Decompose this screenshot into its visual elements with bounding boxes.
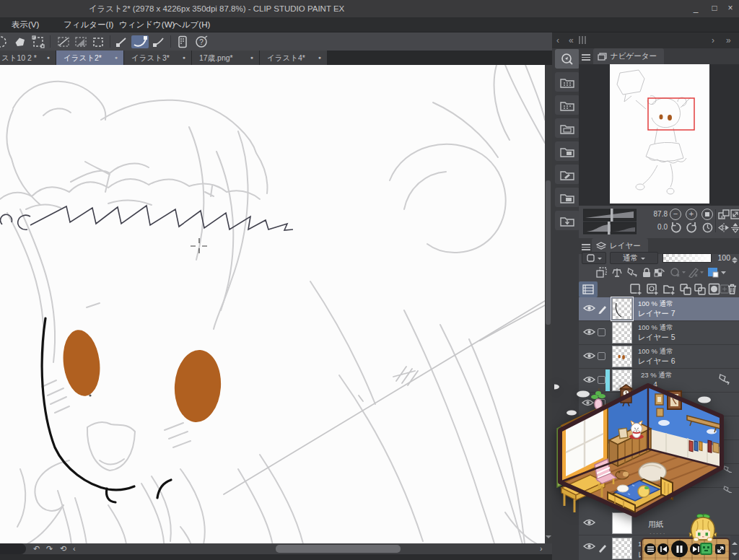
delete-layer-icon[interactable] <box>727 283 738 295</box>
clip-to-layer-below-icon[interactable] <box>596 267 608 278</box>
layer-checkbox[interactable] <box>598 352 605 360</box>
lasso-tool-icon[interactable] <box>0 35 9 48</box>
fit-to-screen-icon[interactable] <box>730 209 739 220</box>
new-vector-layer-icon[interactable] <box>646 283 660 296</box>
layer-thumbnail[interactable] <box>612 538 632 559</box>
menu-window[interactable]: ウィンドウ(W) <box>119 17 175 32</box>
tab-illust10[interactable]: スト10 2 *● <box>0 51 56 65</box>
subview-palette-icon[interactable] <box>555 72 580 92</box>
tab-illust2[interactable]: イラスト2*● <box>56 51 123 65</box>
tab-illust4[interactable]: イラスト4*● <box>260 51 327 65</box>
transfer-to-layer-icon[interactable] <box>679 283 692 296</box>
layer-row-6[interactable]: 100 % 通常 レイヤー 6 <box>579 345 739 369</box>
rotate-right-icon[interactable]: ↷ <box>46 543 53 554</box>
polyline-tool-icon[interactable] <box>114 35 130 48</box>
playlist-button[interactable] <box>644 543 656 555</box>
new-folder-icon[interactable] <box>663 283 676 296</box>
opacity-slider[interactable] <box>663 253 712 263</box>
flip-horizontal-icon[interactable] <box>718 222 730 233</box>
help-icon[interactable]: ? <box>193 35 209 48</box>
layer-property-palette-icon[interactable] <box>555 118 580 138</box>
download-palette-icon[interactable] <box>555 211 580 230</box>
scroll-down-icon[interactable] <box>732 553 738 559</box>
scroll-left-icon[interactable]: ‹ <box>73 543 76 554</box>
layer-thumbnail[interactable] <box>612 298 632 320</box>
layer-thumbnail[interactable] <box>612 322 632 344</box>
zoom-in-icon[interactable]: + <box>686 209 697 220</box>
blend-mode-dropdown[interactable]: 通常 <box>610 252 658 264</box>
rotate-reset-icon[interactable]: ⟲ <box>60 543 66 554</box>
menu-filter[interactable]: フィルター(I) <box>64 17 113 32</box>
reference-layer-icon[interactable] <box>611 267 623 278</box>
menu-help[interactable]: ヘルプ(H) <box>173 17 210 32</box>
rotation-slider[interactable] <box>583 222 637 235</box>
polyline-select-tool-icon[interactable] <box>73 35 89 48</box>
visibility-eye-icon[interactable] <box>583 351 595 360</box>
layer-row-5[interactable]: 100 % 通常 レイヤー 5 <box>579 321 739 345</box>
merge-down-icon[interactable] <box>694 283 707 296</box>
draft-layer-icon[interactable] <box>626 267 638 278</box>
character-button[interactable] <box>700 543 712 555</box>
tab-navigator[interactable]: ナビゲーター <box>593 48 664 64</box>
frame-tool-icon[interactable] <box>30 35 46 48</box>
vertical-scrollbar-thumb[interactable] <box>546 180 551 325</box>
rotate-left-icon[interactable]: ↶ <box>33 543 40 554</box>
visibility-eye-icon[interactable] <box>583 542 595 551</box>
rotate-reset-icon[interactable] <box>701 222 714 234</box>
layer-row-7[interactable]: 100 % 通常 レイヤー 7 <box>579 297 739 321</box>
zoom-slider[interactable] <box>583 209 637 222</box>
visibility-eye-icon[interactable] <box>583 328 595 336</box>
new-raster-layer-icon[interactable] <box>629 283 643 296</box>
pause-button[interactable] <box>671 541 688 557</box>
continuous-curve-tool-icon[interactable] <box>151 35 167 48</box>
lock-layer-icon[interactable] <box>642 267 652 278</box>
enable-mask-icon[interactable] <box>670 267 686 278</box>
edit-palette-icon[interactable] <box>555 165 580 184</box>
close-button[interactable]: × <box>722 0 739 17</box>
ruler-icon[interactable] <box>688 267 704 278</box>
layer-thumbnail[interactable] <box>612 346 632 367</box>
layer-checkbox[interactable] <box>598 328 605 336</box>
dock-collapse-right-icon[interactable]: › <box>712 32 714 48</box>
zoom-reset-icon[interactable] <box>701 209 713 220</box>
layer-palette-icon[interactable] <box>555 141 580 161</box>
menu-view[interactable]: 表示(V) <box>12 17 39 32</box>
rect-select-tool-icon[interactable] <box>90 35 106 48</box>
flip-vertical-icon[interactable] <box>730 222 739 233</box>
line-select-tool-icon[interactable] <box>56 35 71 48</box>
opacity-spinner[interactable] <box>732 254 738 266</box>
tab-illust3[interactable]: イラスト3*● <box>124 51 191 65</box>
expand-button[interactable] <box>715 544 725 554</box>
dock-collapse-left-icon[interactable]: ‹ <box>556 32 559 48</box>
visibility-eye-icon[interactable] <box>583 304 595 312</box>
minimize-button[interactable]: _ <box>687 0 704 17</box>
scroll-right-icon[interactable]: › <box>540 543 543 554</box>
maximize-button[interactable]: □ <box>706 0 723 17</box>
layer-effect-dropdown[interactable] <box>582 252 606 264</box>
curve-tool-icon[interactable] <box>131 35 149 48</box>
scroll-down-icon[interactable] <box>546 535 551 541</box>
material-palette-icon[interactable] <box>555 188 580 207</box>
dock-expand-right-icon[interactable]: » <box>726 32 731 48</box>
create-mask-icon[interactable] <box>708 283 720 295</box>
fill-lasso-tool-icon[interactable] <box>12 35 28 48</box>
navigator-palette-icon[interactable] <box>555 49 580 69</box>
dock-expand-left-icon[interactable]: « <box>569 32 574 48</box>
zoom-out-icon[interactable]: − <box>670 209 681 220</box>
drawing-canvas[interactable] <box>0 65 545 543</box>
layer-color-swatch[interactable] <box>707 266 729 278</box>
scroll-up-icon[interactable] <box>732 539 738 545</box>
palette-view-toggle[interactable] <box>579 281 598 297</box>
previous-button[interactable] <box>657 543 669 555</box>
fit-to-canvas-icon[interactable] <box>718 209 730 220</box>
layer-scrollbar[interactable] <box>730 535 739 560</box>
horizontal-scrollbar-thumb[interactable] <box>276 545 401 553</box>
tablet-icon[interactable] <box>175 35 191 48</box>
item-bank-palette-icon[interactable] <box>555 95 580 115</box>
rotate-ccw-icon[interactable] <box>670 222 682 234</box>
navigator-menu-icon[interactable] <box>582 53 590 62</box>
rotate-cw-icon[interactable] <box>686 222 698 234</box>
lock-transparent-pixels-icon[interactable] <box>654 267 665 278</box>
tab-17sai-png[interactable]: 17歳.png*● <box>192 51 259 65</box>
layer-menu-icon[interactable] <box>582 242 590 252</box>
